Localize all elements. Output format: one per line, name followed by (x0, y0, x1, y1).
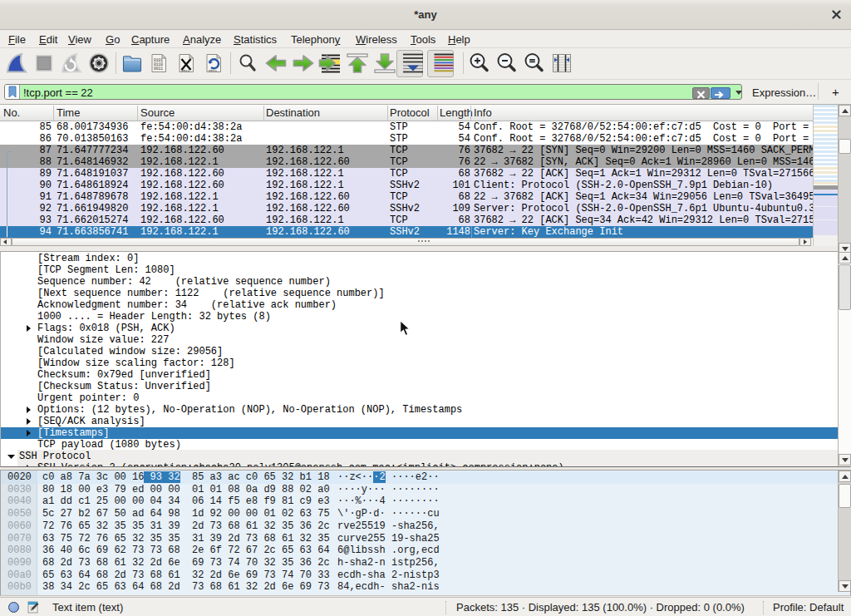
svg-text:0011: 0011 (209, 69, 218, 72)
svg-text:0011: 0011 (154, 67, 163, 71)
svg-text:0011: 0011 (181, 69, 190, 72)
